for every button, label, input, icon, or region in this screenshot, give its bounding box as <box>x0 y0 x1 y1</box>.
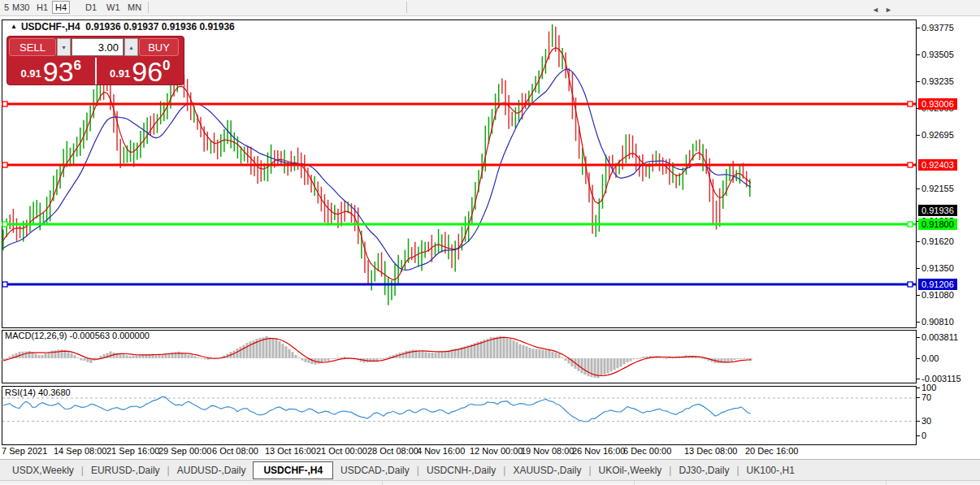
macd-histogram-bar <box>633 358 635 359</box>
buy-button[interactable]: BUY <box>139 38 179 56</box>
macd-histogram-bar <box>288 349 291 358</box>
hline-handle[interactable] <box>2 282 7 287</box>
time-tick-label: 26 Nov 16:00 <box>572 446 625 456</box>
macd-histogram-bar <box>701 358 704 359</box>
hline-handle[interactable] <box>908 162 913 167</box>
tab-usdcnh-daily[interactable]: USDCNH-,Daily <box>419 461 503 479</box>
time-tick-label: 13 Oct 16:00 <box>265 446 316 456</box>
buy-price-panel[interactable]: 0.91 96 0 <box>97 58 184 84</box>
macd-histogram-bar <box>721 358 723 363</box>
macd-histogram-bar <box>110 352 112 358</box>
macd-histogram-bar <box>698 357 700 358</box>
macd-histogram-bar <box>549 350 551 358</box>
macd-histogram-bar <box>119 353 122 358</box>
timeframe-button-mn[interactable]: MN <box>125 2 144 13</box>
tab-uk100-h1[interactable]: UK100-,H1 <box>739 461 802 479</box>
macd-histogram-bar <box>640 357 642 358</box>
macd-histogram-bar <box>435 353 437 358</box>
macd-histogram-bar <box>617 358 619 368</box>
macd-histogram-bar <box>506 338 509 358</box>
volume-increase-button[interactable]: ▲ <box>124 38 138 56</box>
tab-usdx-weekly[interactable]: USDX,Weekly <box>5 461 81 479</box>
sell-price-panel[interactable]: 0.91 93 6 <box>7 58 95 84</box>
tab-ukoil-weekly[interactable]: UKOil-,Weekly <box>592 461 670 479</box>
price-tick-label: 0.93775 <box>921 23 978 32</box>
macd-histogram-bar <box>438 352 440 358</box>
hline-handle[interactable] <box>2 162 7 167</box>
tab-xauusd-daily[interactable]: XAUUSD-,Daily <box>505 461 588 479</box>
price-tick-label: 0.93505 <box>921 50 978 59</box>
macd-histogram-bar <box>497 336 499 358</box>
hline-handle[interactable] <box>908 222 913 227</box>
macd-histogram-bar <box>552 352 554 358</box>
macd-histogram-bar <box>643 357 645 358</box>
tabs-scroll-right-icon[interactable]: ► <box>885 6 892 14</box>
macd-histogram-bar <box>383 358 385 359</box>
tab-audusd-daily[interactable]: AUDUSD-,Daily <box>170 461 254 479</box>
macd-histogram-bar <box>747 358 749 359</box>
buy-price-prefix: 0.91 <box>110 67 130 80</box>
macd-histogram-bar <box>516 342 518 358</box>
status-separator <box>634 481 635 485</box>
down-arrow-icon: ▼ <box>61 45 67 50</box>
macd-histogram-bar <box>627 358 629 362</box>
macd-histogram-bar <box>662 358 665 359</box>
macd-histogram-bar <box>51 351 54 358</box>
volume-input[interactable] <box>72 38 124 56</box>
sell-button[interactable]: SELL <box>9 38 56 56</box>
macd-histogram-bar <box>324 358 327 362</box>
tab-usdcad-daily[interactable]: USDCAD-,Daily <box>333 461 417 479</box>
timeframe-button-d1[interactable]: D1 <box>83 2 99 13</box>
time-tick-label: 13 Dec 08:00 <box>684 446 737 456</box>
price-marker-label: 0.93006 <box>918 98 957 110</box>
hline-handle[interactable] <box>908 282 913 287</box>
macd-histogram-bar <box>526 346 528 358</box>
timeframe-button-m30[interactable]: M30 <box>10 2 32 13</box>
macd-histogram-bar <box>249 341 252 358</box>
macd-histogram-bar <box>422 351 424 358</box>
hline-handle[interactable] <box>908 102 913 106</box>
time-tick-label: 21 Oct 00:00 <box>316 446 367 456</box>
macd-histogram-bar <box>636 358 639 359</box>
collapse-triangle-icon[interactable]: ▲ <box>11 23 17 30</box>
time-tick-label: 6 Oct 08:00 <box>212 446 258 456</box>
macd-histogram-bar <box>158 355 161 358</box>
macd-histogram-bar <box>41 355 44 358</box>
macd-histogram-bar <box>305 358 307 362</box>
tabs-scroll-left-icon[interactable]: ◄ <box>872 6 879 14</box>
macd-histogram-bar <box>87 358 89 362</box>
macd-histogram-bar <box>301 358 304 361</box>
tab-usdchf-h4[interactable]: USDCHF-,H4 <box>253 461 333 479</box>
macd-histogram-bar <box>666 358 668 359</box>
macd-histogram-bar <box>558 353 561 358</box>
macd-histogram-bar <box>71 353 73 358</box>
macd-histogram-bar <box>295 355 297 358</box>
macd-histogram-bar <box>292 352 294 358</box>
macd-histogram-bar <box>431 353 434 358</box>
macd-histogram-bar <box>279 341 281 358</box>
hline-handle[interactable] <box>2 102 7 106</box>
macd-histogram-bar <box>620 358 622 366</box>
macd-histogram-bar <box>510 338 512 358</box>
macd-histogram-bar <box>441 351 444 358</box>
macd-histogram-bar <box>204 358 206 359</box>
timeframe-toolbar: 5M30H1H4D1W1MN <box>0 0 980 16</box>
timeframe-button-h1[interactable]: H1 <box>34 2 50 13</box>
timeframe-button-w1[interactable]: W1 <box>104 2 123 13</box>
time-tick-label: 21 Sep 16:00 <box>106 446 159 456</box>
macd-histogram-bar <box>126 355 128 358</box>
macd-histogram-bar <box>523 345 525 358</box>
hline-handle[interactable] <box>2 222 7 227</box>
macd-histogram-bar <box>246 343 249 358</box>
sell-price-sup: 6 <box>74 58 81 74</box>
tab-dj30-daily[interactable]: DJ30-,Daily <box>671 461 736 479</box>
macd-histogram-bar <box>734 358 736 360</box>
tab-eurusd-daily[interactable]: EURUSD-,Daily <box>84 461 167 479</box>
macd-histogram-bar <box>178 352 180 358</box>
volume-decrease-button[interactable]: ▼ <box>57 38 71 56</box>
macd-histogram-bar <box>588 358 590 376</box>
timeframe-button-h4[interactable]: H4 <box>52 1 70 14</box>
price-tick-label: 0.00 <box>921 353 978 363</box>
macd-histogram-bar <box>74 355 76 358</box>
macd-histogram-bar <box>327 358 330 361</box>
